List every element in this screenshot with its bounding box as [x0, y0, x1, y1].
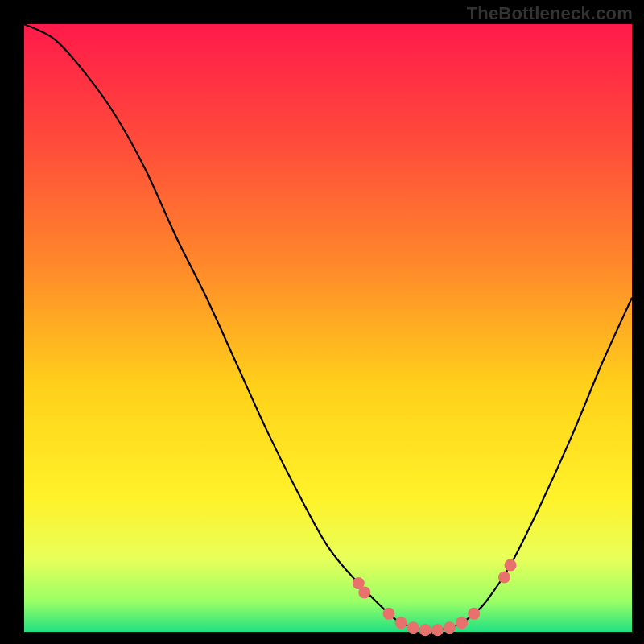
data-marker — [419, 624, 431, 636]
data-marker — [468, 608, 480, 620]
data-marker — [444, 621, 456, 634]
data-marker — [498, 572, 510, 584]
watermark-label: TheBottleneck.com — [467, 3, 633, 24]
data-marker — [358, 586, 370, 598]
bottleneck-chart — [0, 0, 644, 644]
data-marker — [383, 608, 395, 620]
data-marker — [431, 624, 444, 636]
data-marker — [456, 617, 468, 629]
chart-frame: TheBottleneck.com — [0, 0, 644, 644]
data-marker — [395, 617, 407, 629]
data-marker — [505, 559, 517, 571]
data-marker — [407, 621, 419, 634]
